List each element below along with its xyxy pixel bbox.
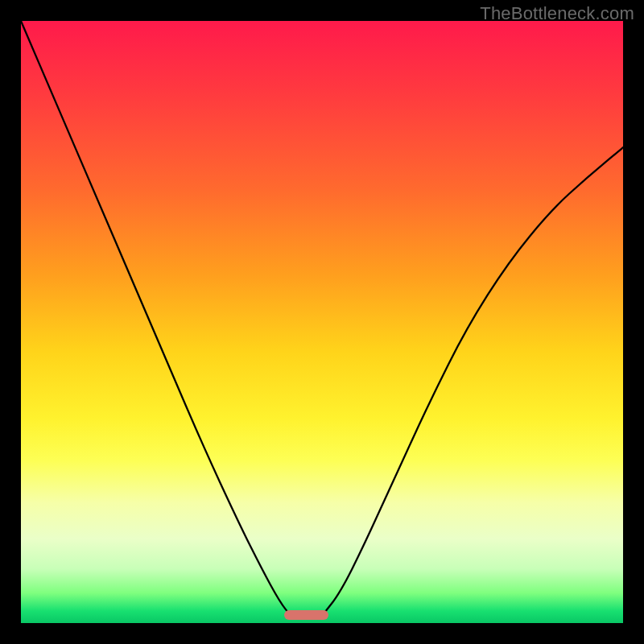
left-curve bbox=[21, 21, 291, 616]
chart-frame: TheBottleneck.com bbox=[0, 0, 644, 644]
optimum-marker bbox=[284, 610, 328, 620]
plot-area bbox=[21, 21, 623, 623]
curves-layer bbox=[21, 21, 623, 623]
right-curve bbox=[322, 147, 623, 616]
watermark-text: TheBottleneck.com bbox=[480, 3, 634, 24]
